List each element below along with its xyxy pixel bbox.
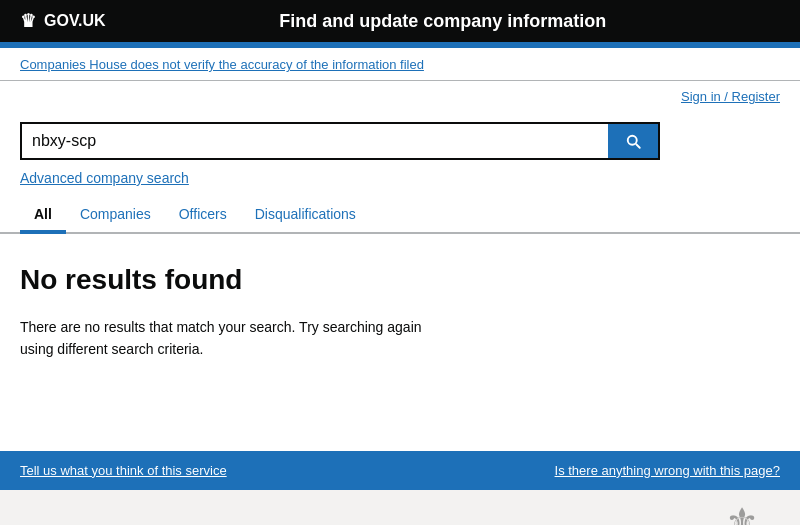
tab-officers[interactable]: Officers bbox=[165, 198, 241, 234]
search-box-row bbox=[20, 122, 660, 160]
advanced-search-link-container: Advanced company search bbox=[20, 170, 780, 186]
search-input[interactable] bbox=[22, 124, 608, 158]
sign-in-bar: Sign in / Register bbox=[0, 81, 800, 112]
search-icon bbox=[624, 132, 642, 150]
svg-text:⚜: ⚜ bbox=[725, 501, 759, 525]
no-results-text: There are no results that match your sea… bbox=[20, 316, 440, 361]
no-results-heading: No results found bbox=[20, 264, 780, 296]
footer-feedback: Tell us what you think of this service I… bbox=[0, 451, 800, 490]
feedback-left-link[interactable]: Tell us what you think of this service bbox=[20, 463, 227, 478]
gov-logo: ♛ GOV.UK bbox=[20, 10, 106, 32]
sign-in-link[interactable]: Sign in / Register bbox=[681, 89, 780, 104]
tab-disqualifications[interactable]: Disqualifications bbox=[241, 198, 370, 234]
tab-companies[interactable]: Companies bbox=[66, 198, 165, 234]
main-content: No results found There are no results th… bbox=[0, 234, 800, 391]
tabs-row: All Companies Officers Disqualifications bbox=[0, 198, 800, 234]
warning-link[interactable]: Companies House does not verify the accu… bbox=[20, 57, 424, 72]
gov-logo-text: GOV.UK bbox=[44, 12, 106, 30]
warning-banner: Companies House does not verify the accu… bbox=[0, 48, 800, 81]
royal-arms-icon: ⚜ bbox=[720, 500, 780, 525]
search-area: Advanced company search bbox=[0, 112, 800, 186]
feedback-right-link[interactable]: Is there anything wrong with this page? bbox=[555, 463, 780, 478]
search-button[interactable] bbox=[608, 124, 658, 158]
footer-bottom: ⚜ bbox=[0, 490, 800, 525]
advanced-search-link[interactable]: Advanced company search bbox=[20, 170, 189, 186]
tab-all[interactable]: All bbox=[20, 198, 66, 234]
crown-icon: ♛ bbox=[20, 10, 36, 32]
gov-header: ♛ GOV.UK Find and update company informa… bbox=[0, 0, 800, 42]
header-title: Find and update company information bbox=[106, 11, 780, 32]
